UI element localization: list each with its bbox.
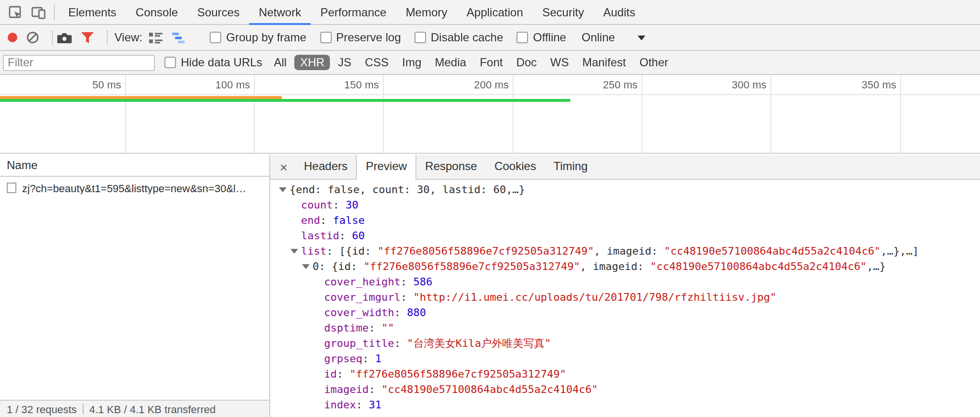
tab-response[interactable]: Response	[416, 155, 486, 179]
json-tree-row[interactable]: grpseq: 1	[270, 352, 980, 367]
filter-input[interactable]	[3, 54, 155, 71]
filter-type-ws[interactable]: WS	[544, 55, 575, 70]
json-segment-key: count	[301, 199, 333, 211]
tab-console[interactable]: Console	[126, 0, 188, 25]
json-segment-plain: ,…},…]	[880, 245, 919, 258]
expander-triangle-icon[interactable]	[289, 247, 301, 255]
json-segment-num: 1	[375, 353, 381, 365]
clear-button[interactable]	[26, 31, 39, 44]
filter-type-media[interactable]: Media	[429, 55, 472, 70]
json-segment-num: 586	[413, 276, 432, 288]
list-view-icon	[148, 31, 163, 44]
clear-icon	[26, 31, 39, 44]
expander-triangle-icon[interactable]	[301, 262, 313, 270]
filter-type-doc[interactable]: Doc	[511, 55, 543, 70]
funnel-icon	[81, 31, 94, 44]
record-button[interactable]	[8, 33, 17, 42]
gridline	[641, 75, 642, 153]
checkbox-unchecked-icon[interactable]	[517, 32, 528, 43]
checkbox-unchecked-icon[interactable]	[164, 57, 176, 68]
filter-type-font[interactable]: Font	[474, 55, 509, 70]
network-overview[interactable]: 50 ms 100 ms 150 ms 200 ms 250 ms 300 ms…	[0, 75, 980, 154]
json-tree-row[interactable]: 0: {id: "ff276e8056f58896e7cf92505a31274…	[270, 259, 980, 275]
camera-icon	[57, 31, 72, 44]
capture-screenshots-button[interactable]	[57, 31, 72, 44]
offline-checkbox[interactable]: Offline	[517, 31, 566, 44]
preview-json-tree[interactable]: {end: false, count: 30, lastid: 60,…}cou…	[270, 180, 980, 417]
expander-spacer	[313, 324, 324, 331]
json-segment-key: lastid	[301, 230, 339, 242]
json-tree-row[interactable]: cover_imgurl: "http://i1.umei.cc/uploads…	[270, 290, 980, 306]
tab-audits[interactable]: Audits	[593, 0, 645, 25]
json-tree-row[interactable]: id: "ff276e8056f58896e7cf92505a312749"	[270, 367, 980, 382]
hide-data-urls-checkbox[interactable]: Hide data URLs	[164, 56, 262, 69]
json-tree-row[interactable]: dsptime: ""	[270, 321, 980, 336]
gridline	[125, 75, 126, 153]
tab-elements[interactable]: Elements	[59, 0, 126, 25]
json-segment-key: list	[301, 245, 327, 258]
toolbar-separator	[54, 4, 55, 20]
close-details-button[interactable]: ×	[272, 155, 295, 179]
json-segment-str: "cc48190e57100864abc4d55a2c4104c6"	[650, 260, 867, 273]
throttling-value[interactable]: Online	[581, 31, 615, 44]
json-tree-row[interactable]: group_title: "台湾美女Kila户外唯美写真"	[270, 336, 980, 352]
filter-type-all[interactable]: All	[268, 55, 292, 70]
tab-preview[interactable]: Preview	[356, 155, 416, 179]
json-tree-row[interactable]: lastid: 60	[270, 229, 980, 244]
toolbar-separator	[107, 30, 108, 45]
expander-spacer	[289, 232, 301, 239]
tab-headers[interactable]: Headers	[295, 155, 356, 179]
json-segment-num: 60	[352, 230, 365, 242]
time-tick-label: 150 ms	[344, 79, 379, 90]
json-tree-row[interactable]: index: 31	[270, 398, 980, 413]
filter-type-other[interactable]: Other	[634, 55, 674, 70]
tab-performance[interactable]: Performance	[311, 0, 396, 25]
tab-timing[interactable]: Timing	[545, 155, 596, 179]
request-list-pane: Name zj?ch=beauty&t1=595&listtype=new&sn…	[0, 155, 270, 417]
time-tick-label: 50 ms	[92, 79, 121, 90]
json-tree-row[interactable]: imageid: "cc48190e57100864abc4d55a2c4104…	[270, 382, 980, 398]
json-segment-key: cover_height	[324, 276, 401, 288]
name-column-header[interactable]: Name	[0, 155, 269, 177]
chevron-down-icon[interactable]	[638, 36, 646, 44]
toolbar-separator	[52, 30, 53, 45]
filter-type-css[interactable]: CSS	[359, 55, 394, 70]
tab-application[interactable]: Application	[457, 0, 532, 25]
device-toolbar-button[interactable]	[27, 0, 50, 24]
request-row[interactable]: zj?ch=beauty&t1=595&listtype=new&sn=30&l…	[0, 177, 269, 199]
large-request-rows-toggle[interactable]	[148, 31, 163, 44]
preserve-log-checkbox[interactable]: Preserve log	[320, 31, 401, 44]
tab-memory[interactable]: Memory	[396, 0, 457, 25]
view-label: View:	[114, 31, 142, 44]
request-details-pane: × Headers Preview Response Cookies Timin…	[270, 155, 980, 417]
filter-type-img[interactable]: Img	[396, 55, 427, 70]
group-by-frame-label: Group by frame	[226, 31, 306, 44]
tab-cookies[interactable]: Cookies	[486, 155, 545, 179]
checkbox-unchecked-icon[interactable]	[210, 32, 221, 43]
tab-security[interactable]: Security	[533, 0, 594, 25]
json-tree-row[interactable]: {end: false, count: 30, lastid: 60,…}	[270, 183, 980, 198]
group-by-frame-checkbox[interactable]: Group by frame	[210, 31, 306, 44]
checkbox-unchecked-icon[interactable]	[320, 32, 331, 43]
checkbox-unchecked-icon[interactable]	[415, 32, 426, 43]
expander-triangle-icon[interactable]	[278, 185, 289, 193]
json-tree-row[interactable]: cover_width: 880	[270, 306, 980, 321]
filter-type-xhr[interactable]: XHR	[294, 55, 330, 70]
json-tree-row[interactable]: list: [{id: "ff276e8056f58896e7cf92505a3…	[270, 244, 980, 259]
json-segment-plain: 0: {id:	[313, 260, 364, 273]
show-overview-toggle[interactable]	[172, 31, 188, 44]
disable-cache-checkbox[interactable]: Disable cache	[415, 31, 503, 44]
network-toolbar: View: Group by frame Preserve	[0, 25, 980, 51]
tab-network[interactable]: Network	[249, 0, 311, 25]
json-tree-row[interactable]: count: 30	[270, 198, 980, 213]
filter-type-manifest[interactable]: Manifest	[577, 55, 632, 70]
json-tree-row[interactable]: end: false	[270, 213, 980, 229]
filter-button[interactable]	[81, 31, 94, 44]
json-segment-str: "台湾美女Kila户外唯美写真"	[407, 337, 551, 350]
json-segment-plain: :	[394, 337, 407, 350]
inspect-element-button[interactable]	[4, 0, 27, 24]
devtools-window: Elements Console Sources Network Perform…	[0, 0, 980, 417]
json-tree-row[interactable]: cover_height: 586	[270, 275, 980, 290]
filter-type-js[interactable]: JS	[332, 55, 357, 70]
tab-sources[interactable]: Sources	[188, 0, 249, 25]
